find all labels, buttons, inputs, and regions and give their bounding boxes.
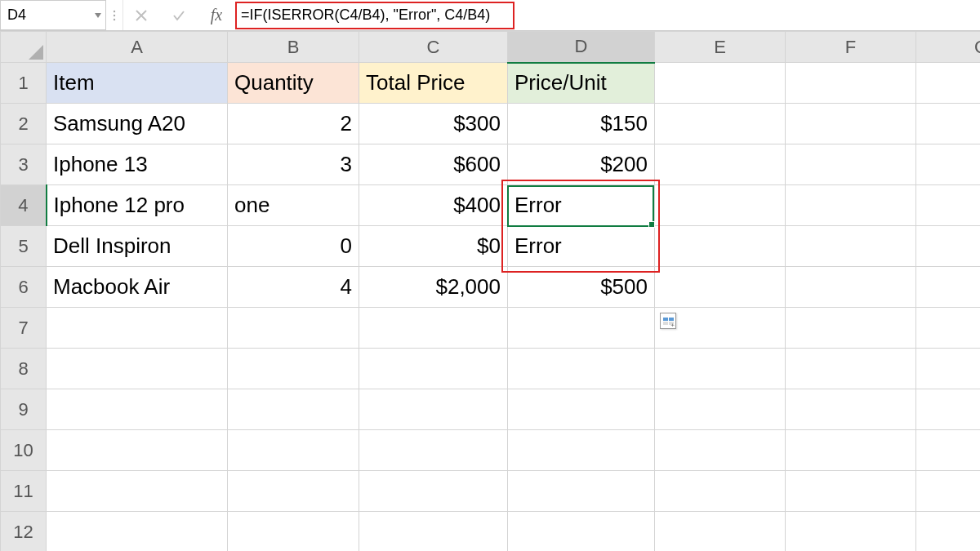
cell-D2[interactable]: $150 <box>508 104 655 144</box>
name-box-dropdown-icon[interactable] <box>91 1 105 29</box>
col-header-E[interactable]: E <box>655 32 786 63</box>
cell-G7[interactable] <box>916 308 981 349</box>
cell-A10[interactable] <box>47 430 228 471</box>
cell-B8[interactable] <box>228 349 359 389</box>
col-header-A[interactable]: A <box>47 32 228 63</box>
cell-F10[interactable] <box>786 430 916 471</box>
cell-B7[interactable] <box>228 308 359 349</box>
col-header-G[interactable]: G <box>916 32 981 63</box>
cell-E9[interactable] <box>655 389 786 430</box>
cell-C9[interactable] <box>359 389 508 430</box>
cell-F4[interactable] <box>786 185 916 226</box>
row-header-4[interactable]: 4 <box>1 185 47 226</box>
cell-D3[interactable]: $200 <box>508 144 655 185</box>
cell-A3[interactable]: Iphone 13 <box>47 144 228 185</box>
row-header-5[interactable]: 5 <box>1 226 47 267</box>
row-header-6[interactable]: 6 <box>1 267 47 308</box>
cell-D1[interactable]: Price/Unit <box>508 63 655 104</box>
cell-B4[interactable]: one <box>228 185 359 226</box>
row-header-2[interactable]: 2 <box>1 104 47 144</box>
cell-E3[interactable] <box>655 144 786 185</box>
cell-E2[interactable] <box>655 104 786 144</box>
cell-E4[interactable] <box>655 185 786 226</box>
cell-C4[interactable]: $400 <box>359 185 508 226</box>
name-box[interactable]: D4 <box>0 0 106 30</box>
row-header-9[interactable]: 9 <box>1 389 47 430</box>
cell-G6[interactable] <box>916 267 981 308</box>
cell-A2[interactable]: Samsung A20 <box>47 104 228 144</box>
cell-F12[interactable] <box>786 512 916 552</box>
cancel-icon[interactable] <box>131 6 151 25</box>
cell-A4[interactable]: Iphone 12 pro <box>47 185 228 226</box>
cell-D10[interactable] <box>508 430 655 471</box>
row-header-7[interactable]: 7 <box>1 308 47 349</box>
autofill-options-icon[interactable]: + <box>660 313 676 329</box>
cell-B11[interactable] <box>228 471 359 512</box>
row-header-3[interactable]: 3 <box>1 144 47 185</box>
cell-D6[interactable]: $500 <box>508 267 655 308</box>
row-header-1[interactable]: 1 <box>1 63 47 104</box>
cell-C8[interactable] <box>359 349 508 389</box>
cell-G2[interactable] <box>916 104 981 144</box>
col-header-F[interactable]: F <box>786 32 916 63</box>
cell-D7[interactable] <box>508 308 655 349</box>
cell-B1[interactable]: Quantity <box>228 63 359 104</box>
cell-F3[interactable] <box>786 144 916 185</box>
cell-D8[interactable] <box>508 349 655 389</box>
cell-G11[interactable] <box>916 471 981 512</box>
cell-F7[interactable] <box>786 308 916 349</box>
cell-F9[interactable] <box>786 389 916 430</box>
row-header-10[interactable]: 10 <box>1 430 47 471</box>
select-all-corner[interactable] <box>1 32 47 63</box>
cell-G1[interactable] <box>916 63 981 104</box>
cell-C2[interactable]: $300 <box>359 104 508 144</box>
cell-D9[interactable] <box>508 389 655 430</box>
insert-function-icon[interactable]: fx <box>207 6 226 25</box>
cell-C11[interactable] <box>359 471 508 512</box>
cell-E1[interactable] <box>655 63 786 104</box>
cell-G10[interactable] <box>916 430 981 471</box>
row-header-8[interactable]: 8 <box>1 349 47 389</box>
cell-G9[interactable] <box>916 389 981 430</box>
cell-A9[interactable] <box>47 389 228 430</box>
cell-A8[interactable] <box>47 349 228 389</box>
cell-E5[interactable] <box>655 226 786 267</box>
cell-A7[interactable] <box>47 308 228 349</box>
cell-B5[interactable]: 0 <box>228 226 359 267</box>
cell-F5[interactable] <box>786 226 916 267</box>
cell-F6[interactable] <box>786 267 916 308</box>
cell-B6[interactable]: 4 <box>228 267 359 308</box>
options-icon[interactable] <box>106 0 122 30</box>
cell-A6[interactable]: Macbook Air <box>47 267 228 308</box>
cell-E8[interactable] <box>655 349 786 389</box>
cell-C5[interactable]: $0 <box>359 226 508 267</box>
cell-B3[interactable]: 3 <box>228 144 359 185</box>
cell-A11[interactable] <box>47 471 228 512</box>
cell-C10[interactable] <box>359 430 508 471</box>
cell-G5[interactable] <box>916 226 981 267</box>
row-header-11[interactable]: 11 <box>1 471 47 512</box>
cell-A5[interactable]: Dell Inspiron <box>47 226 228 267</box>
cell-D5[interactable]: Error <box>508 226 655 267</box>
cell-G4[interactable] <box>916 185 981 226</box>
cell-D11[interactable] <box>508 471 655 512</box>
cell-F11[interactable] <box>786 471 916 512</box>
cell-F8[interactable] <box>786 349 916 389</box>
col-header-C[interactable]: C <box>359 32 508 63</box>
cell-B10[interactable] <box>228 430 359 471</box>
row-header-12[interactable]: 12 <box>1 512 47 552</box>
cell-C12[interactable] <box>359 512 508 552</box>
col-header-B[interactable]: B <box>228 32 359 63</box>
cell-F1[interactable] <box>786 63 916 104</box>
cell-G3[interactable] <box>916 144 981 185</box>
cell-E6[interactable] <box>655 267 786 308</box>
cell-E10[interactable] <box>655 430 786 471</box>
enter-icon[interactable] <box>169 6 189 25</box>
cell-G12[interactable] <box>916 512 981 552</box>
cell-B2[interactable]: 2 <box>228 104 359 144</box>
cell-C3[interactable]: $600 <box>359 144 508 185</box>
cell-E11[interactable] <box>655 471 786 512</box>
cell-E12[interactable] <box>655 512 786 552</box>
cell-G8[interactable] <box>916 349 981 389</box>
formula-input[interactable] <box>234 0 980 30</box>
